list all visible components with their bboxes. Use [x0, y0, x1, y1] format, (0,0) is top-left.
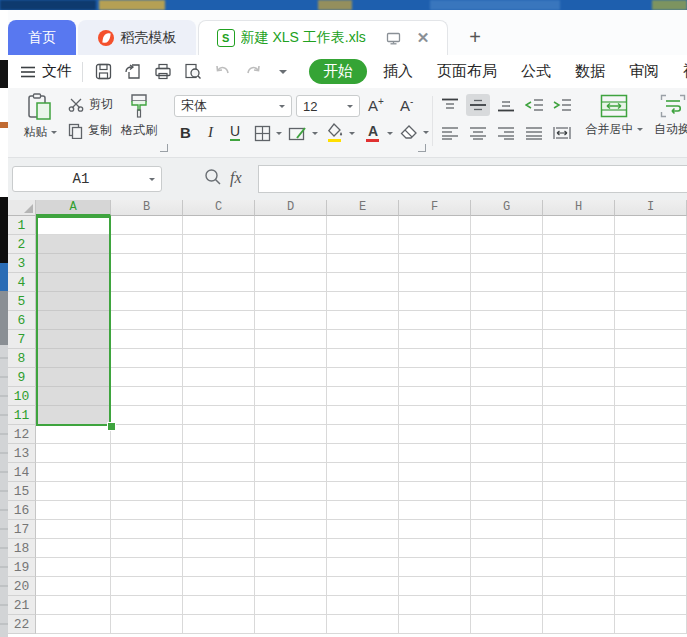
row-header-4[interactable]: 4 — [8, 273, 36, 292]
cell-C3[interactable] — [183, 254, 255, 273]
cell-F1[interactable] — [399, 216, 471, 235]
cell-G3[interactable] — [471, 254, 543, 273]
column-header-G[interactable]: G — [471, 200, 543, 216]
cell-E6[interactable] — [327, 311, 399, 330]
cell-I8[interactable] — [615, 349, 687, 368]
cell-D8[interactable] — [255, 349, 327, 368]
cell-F15[interactable] — [399, 482, 471, 501]
customize-qat-dropdown[interactable] — [273, 62, 293, 82]
ribbon-tab-插入[interactable]: 插入 — [371, 62, 425, 81]
ribbon-tab-home-active[interactable]: 开始 — [309, 59, 367, 84]
cell-H14[interactable] — [543, 463, 615, 482]
cell-D11[interactable] — [255, 406, 327, 425]
cell-H7[interactable] — [543, 330, 615, 349]
format-painter-button[interactable]: 格式刷 — [114, 93, 164, 139]
cell-C4[interactable] — [183, 273, 255, 292]
cell-B20[interactable] — [111, 577, 183, 596]
cell-B5[interactable] — [111, 292, 183, 311]
cell-I7[interactable] — [615, 330, 687, 349]
name-box[interactable]: A1 — [12, 166, 162, 192]
cell-B3[interactable] — [111, 254, 183, 273]
cell-C1[interactable] — [183, 216, 255, 235]
cell-G12[interactable] — [471, 425, 543, 444]
cell-A8[interactable] — [36, 349, 111, 368]
cell-E16[interactable] — [327, 501, 399, 520]
column-header-C[interactable]: C — [183, 200, 255, 216]
column-header-D[interactable]: D — [255, 200, 327, 216]
cell-H21[interactable] — [543, 596, 615, 615]
cell-D1[interactable] — [255, 216, 327, 235]
cell-F12[interactable] — [399, 425, 471, 444]
cell-G14[interactable] — [471, 463, 543, 482]
row-header-3[interactable]: 3 — [8, 254, 36, 273]
cell-C11[interactable] — [183, 406, 255, 425]
cell-E22[interactable] — [327, 615, 399, 634]
cell-I11[interactable] — [615, 406, 687, 425]
cell-F9[interactable] — [399, 368, 471, 387]
cell-E1[interactable] — [327, 216, 399, 235]
cell-C18[interactable] — [183, 539, 255, 558]
row-header-2[interactable]: 2 — [8, 235, 36, 254]
cell-A22[interactable] — [36, 615, 111, 634]
cell-H3[interactable] — [543, 254, 615, 273]
cell-F8[interactable] — [399, 349, 471, 368]
cell-B12[interactable] — [111, 425, 183, 444]
cell-F16[interactable] — [399, 501, 471, 520]
cell-D19[interactable] — [255, 558, 327, 577]
cell-F2[interactable] — [399, 235, 471, 254]
cell-A17[interactable] — [36, 520, 111, 539]
cell-E2[interactable] — [327, 235, 399, 254]
cell-G11[interactable] — [471, 406, 543, 425]
cell-D7[interactable] — [255, 330, 327, 349]
cell-G2[interactable] — [471, 235, 543, 254]
align-bottom-button[interactable] — [494, 94, 518, 116]
cell-F5[interactable] — [399, 292, 471, 311]
cell-A2[interactable] — [36, 235, 111, 254]
cell-C6[interactable] — [183, 311, 255, 330]
cell-D15[interactable] — [255, 482, 327, 501]
cell-A5[interactable] — [36, 292, 111, 311]
cell-B19[interactable] — [111, 558, 183, 577]
cell-F11[interactable] — [399, 406, 471, 425]
cell-B16[interactable] — [111, 501, 183, 520]
cell-H16[interactable] — [543, 501, 615, 520]
bold-button[interactable]: B — [180, 124, 191, 141]
align-right-button[interactable] — [494, 122, 518, 144]
cell-C10[interactable] — [183, 387, 255, 406]
cell-H2[interactable] — [543, 235, 615, 254]
cell-I12[interactable] — [615, 425, 687, 444]
font-name-select[interactable]: 宋体 — [174, 95, 292, 117]
row-header-7[interactable]: 7 — [8, 330, 36, 349]
distribute-button[interactable] — [550, 122, 574, 144]
cell-B6[interactable] — [111, 311, 183, 330]
cell-B10[interactable] — [111, 387, 183, 406]
cell-C19[interactable] — [183, 558, 255, 577]
cell-G20[interactable] — [471, 577, 543, 596]
row-header-5[interactable]: 5 — [8, 292, 36, 311]
align-middle-button-selected[interactable] — [466, 94, 490, 116]
tab-docer-templates[interactable]: 稻壳模板 — [78, 20, 196, 55]
cell-D9[interactable] — [255, 368, 327, 387]
cell-E21[interactable] — [327, 596, 399, 615]
cut-button[interactable]: 剪切 — [68, 96, 113, 113]
cell-I21[interactable] — [615, 596, 687, 615]
cell-E18[interactable] — [327, 539, 399, 558]
row-header-18[interactable]: 18 — [8, 539, 36, 558]
tab-document[interactable]: S 新建 XLS 工作表.xls ✕ — [198, 20, 448, 55]
cell-G17[interactable] — [471, 520, 543, 539]
font-dialog-launcher[interactable] — [418, 144, 426, 152]
column-header-F[interactable]: F — [399, 200, 471, 216]
cell-C12[interactable] — [183, 425, 255, 444]
ribbon-tab-页面布局[interactable]: 页面布局 — [425, 62, 509, 81]
cell-I3[interactable] — [615, 254, 687, 273]
cell-E13[interactable] — [327, 444, 399, 463]
increase-font-button[interactable]: A+ — [368, 96, 384, 115]
cell-A9[interactable] — [36, 368, 111, 387]
tab-home[interactable]: 首页 — [8, 20, 76, 55]
cell-E5[interactable] — [327, 292, 399, 311]
row-header-1[interactable]: 1 — [8, 216, 36, 235]
cell-D13[interactable] — [255, 444, 327, 463]
cell-A20[interactable] — [36, 577, 111, 596]
cell-G19[interactable] — [471, 558, 543, 577]
cell-G7[interactable] — [471, 330, 543, 349]
